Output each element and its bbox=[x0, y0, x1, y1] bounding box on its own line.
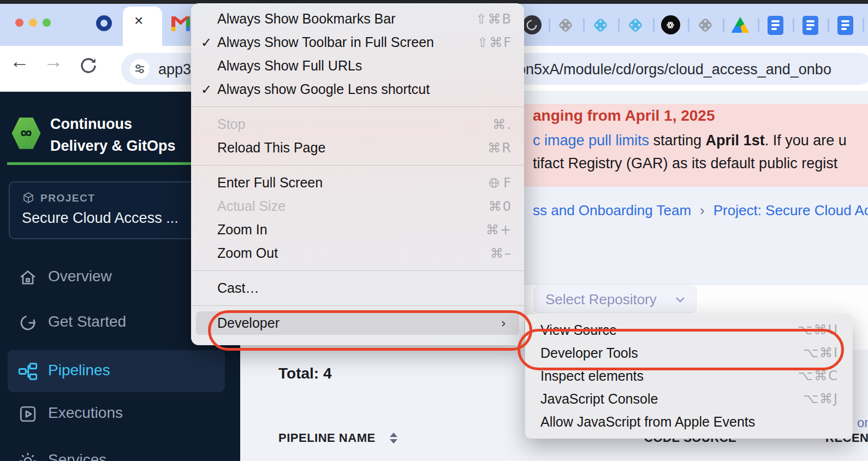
checkmark-icon: ✓ bbox=[201, 82, 212, 97]
menu-item-always-show-full-urls[interactable]: Always Show Full URLs bbox=[191, 54, 524, 78]
close-tab-icon[interactable]: × bbox=[134, 13, 143, 28]
menu-item-always-show-toolbar-fullscreen[interactable]: ✓ Always Show Toolbar in Full Screen ⇧⌘F bbox=[191, 31, 524, 54]
favicon-divider bbox=[583, 18, 585, 32]
menu-shortcut: ⇧⌘B bbox=[475, 11, 512, 27]
globe-icon bbox=[488, 177, 500, 189]
gmail-tab-icon[interactable] bbox=[171, 16, 190, 33]
sidebar-item-get-started[interactable]: Get Started bbox=[48, 313, 126, 330]
minimize-window-button[interactable] bbox=[29, 19, 37, 27]
menu-item-label: Always Show Toolbar in Full Screen bbox=[217, 34, 434, 50]
sort-icon[interactable] bbox=[390, 433, 397, 444]
project-name: Secure Cloud Access ... bbox=[22, 210, 179, 227]
google-docs-favicon[interactable] bbox=[800, 15, 820, 35]
pinned-tab-favicon[interactable] bbox=[96, 15, 112, 31]
column-header-pipeline-name[interactable]: PIPELINE NAME bbox=[278, 431, 376, 445]
submenu-item-allow-javascript-apple-events[interactable]: Allow JavaScript from Apple Events bbox=[525, 410, 853, 433]
back-button[interactable]: ← bbox=[10, 51, 29, 71]
menu-item-zoom-out[interactable]: Zoom Out ⌘– bbox=[191, 241, 524, 265]
menu-item-label: Zoom Out bbox=[217, 245, 278, 261]
banner-text: . If you are u bbox=[765, 132, 847, 149]
diamond-cyan-favicon[interactable] bbox=[591, 15, 610, 35]
sidebar-item-overview[interactable]: Overview bbox=[48, 268, 112, 285]
menu-item-always-show-bookmarks-bar[interactable]: Always Show Bookmarks Bar ⇧⌘B bbox=[191, 7, 524, 31]
menu-item-label: Cast… bbox=[217, 280, 259, 296]
url-text-left: app3 bbox=[158, 61, 191, 78]
submenu-item-label: JavaScript Console bbox=[540, 391, 658, 407]
breadcrumb-org-link[interactable]: ss and Onboarding Team bbox=[533, 202, 691, 219]
submenu-shortcut: ⌥⌘U bbox=[798, 322, 839, 338]
sidebar-item-services[interactable]: Services bbox=[48, 451, 106, 461]
forward-button[interactable]: → bbox=[44, 51, 63, 71]
submenu-item-label: Inspect elements bbox=[540, 368, 644, 384]
google-docs-favicon[interactable] bbox=[835, 15, 855, 35]
submenu-shortcut: ⌥⌘C bbox=[798, 368, 839, 383]
pipelines-icon bbox=[18, 362, 38, 383]
module-title: Continuous Delivery & GitOps bbox=[50, 113, 176, 157]
favicon-divider bbox=[793, 18, 794, 32]
banner-heading: anging from April 1, 2025 bbox=[533, 107, 715, 125]
menu-item-stop: Stop ⌘. bbox=[191, 113, 524, 136]
close-window-button[interactable] bbox=[15, 19, 23, 27]
sidebar-item-pipelines[interactable]: Pipelines bbox=[48, 362, 110, 379]
screenshot-root: × ← bbox=[0, 0, 868, 461]
banner-line3: tifact Registry (GAR) as its default pub… bbox=[533, 155, 837, 172]
diamond-cyan-favicon[interactable] bbox=[626, 15, 645, 35]
sidebar-item-executions[interactable]: Executions bbox=[48, 404, 123, 422]
get-started-icon bbox=[18, 313, 38, 335]
menu-item-label: Always Show Full URLs bbox=[217, 58, 362, 74]
submenu-item-label: View Source bbox=[540, 322, 617, 338]
menu-item-zoom-in[interactable]: Zoom In ⌘+ bbox=[191, 218, 524, 241]
favicon-divider bbox=[653, 18, 655, 32]
menu-item-always-show-google-lens[interactable]: ✓ Always show Google Lens shortcut bbox=[191, 78, 524, 101]
submenu-shortcut: ⌥⌘J bbox=[803, 391, 839, 406]
submenu-item-view-source[interactable]: View Source ⌥⌘U bbox=[525, 318, 853, 341]
menu-item-label: Enter Full Screen bbox=[217, 175, 323, 191]
menu-shortcut: F bbox=[488, 175, 512, 191]
favicon-divider bbox=[828, 18, 829, 32]
menu-item-cast[interactable]: Cast… bbox=[191, 276, 524, 300]
favicon-divider bbox=[618, 18, 620, 32]
banner-line2: c image pull limits starting April 1st. … bbox=[533, 132, 847, 149]
submenu-item-developer-tools[interactable]: Developer Tools ⌥⌘I bbox=[525, 341, 853, 364]
fullscreen-window-button[interactable] bbox=[43, 19, 51, 27]
chevron-down-icon bbox=[675, 297, 685, 303]
banner-bold-date: April 1st bbox=[706, 132, 765, 149]
tune-icon[interactable] bbox=[130, 59, 150, 79]
select-repository-dropdown[interactable]: Select Repository bbox=[534, 286, 697, 313]
menu-separator bbox=[192, 165, 524, 166]
submenu-item-label: Allow JavaScript from Apple Events bbox=[540, 414, 755, 430]
menu-item-developer[interactable]: Developer › bbox=[196, 311, 519, 335]
menu-item-enter-full-screen[interactable]: Enter Full Screen F bbox=[191, 171, 524, 194]
submenu-item-inspect-elements[interactable]: Inspect elements ⌥⌘C bbox=[525, 364, 853, 387]
menu-item-label: Always Show Bookmarks Bar bbox=[217, 11, 396, 27]
services-gear-icon bbox=[18, 451, 38, 461]
submenu-arrow-icon: › bbox=[501, 316, 507, 331]
menu-item-label: Stop bbox=[217, 116, 245, 132]
banner-link[interactable]: c image pull limits bbox=[533, 132, 649, 149]
reload-button[interactable] bbox=[79, 56, 98, 78]
diamond-gray-favicon[interactable] bbox=[556, 15, 575, 35]
diamond-gray-favicon[interactable] bbox=[695, 15, 715, 35]
menu-item-reload-this-page[interactable]: Reload This Page ⌘R bbox=[191, 136, 524, 159]
favicon-divider bbox=[758, 18, 759, 32]
google-drive-favicon[interactable] bbox=[730, 15, 750, 35]
checkmark-icon: ✓ bbox=[201, 35, 212, 50]
submenu-item-javascript-console[interactable]: JavaScript Console ⌥⌘J bbox=[525, 387, 853, 410]
menu-separator bbox=[192, 305, 524, 306]
breadcrumb-project-link[interactable]: Project: Secure Cloud Acc bbox=[714, 202, 868, 219]
menu-shortcut-key: F bbox=[503, 175, 512, 191]
menu-shortcut: ⇧⌘F bbox=[477, 35, 512, 50]
dark-swirl-favicon[interactable] bbox=[522, 15, 542, 35]
menu-separator bbox=[192, 107, 524, 107]
select-repository-label: Select Repository bbox=[545, 291, 657, 308]
submenu-item-label: Developer Tools bbox=[540, 345, 638, 361]
active-nav-highlight bbox=[8, 350, 225, 392]
google-docs-favicon[interactable] bbox=[765, 15, 785, 35]
favicon-divider bbox=[688, 18, 689, 32]
breadcrumb-separator: › bbox=[700, 202, 705, 219]
url-text-right: on5xA/module/cd/orgs/cloud_access_and_on… bbox=[518, 61, 831, 78]
chatgpt-favicon[interactable] bbox=[661, 15, 680, 35]
menu-item-label: Zoom In bbox=[217, 222, 267, 238]
menu-shortcut: ⌘. bbox=[492, 117, 512, 132]
module-title-line1: Continuous bbox=[50, 113, 176, 135]
